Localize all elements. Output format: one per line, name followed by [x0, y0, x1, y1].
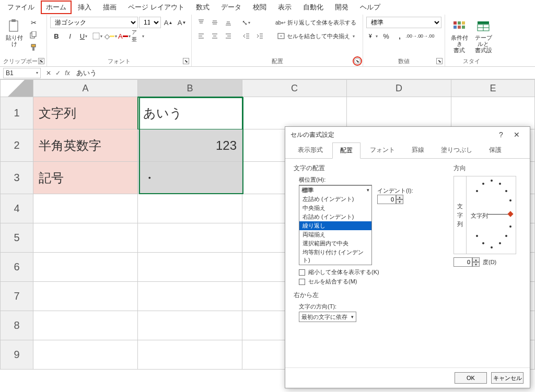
menu-developer[interactable]: 開発 [330, 1, 354, 14]
italic-button[interactable]: I [64, 30, 76, 42]
cell-b5[interactable] [138, 223, 242, 253]
menu-home[interactable]: ホーム [41, 1, 72, 14]
col-header-e[interactable]: E [451, 79, 535, 97]
cell-b8[interactable] [138, 311, 242, 340]
cell-b6[interactable] [138, 253, 242, 282]
tab-border[interactable]: 罫線 [404, 142, 432, 158]
row-header-7[interactable]: 7 [0, 282, 33, 311]
text-direction-combo[interactable]: 最初の文字に依存 ▾ [299, 312, 356, 322]
tab-number[interactable]: 表示形式 [290, 142, 330, 158]
cell-c1[interactable] [242, 97, 347, 129]
align-bottom-button[interactable] [222, 17, 235, 28]
cell-e1[interactable] [451, 97, 535, 129]
menu-draw[interactable]: 描画 [98, 1, 122, 14]
underline-button[interactable]: U▾ [77, 30, 90, 42]
indent-spinner[interactable]: ▲▼ [377, 195, 445, 204]
ok-button[interactable]: OK [455, 372, 487, 384]
orientation-handle[interactable] [507, 211, 513, 217]
cell-b1[interactable]: あいう [138, 97, 242, 129]
increase-decimal-button[interactable]: .00→.0 [407, 30, 420, 42]
alignment-launcher[interactable]: ⬊ [354, 58, 360, 64]
cell-a9[interactable] [33, 340, 138, 370]
menu-view[interactable]: 表示 [273, 1, 297, 14]
opt-center-selection[interactable]: 選択範囲内で中央 [299, 239, 371, 248]
row-header-2[interactable]: 2 [0, 129, 33, 162]
row-header-1[interactable]: 1 [0, 97, 33, 129]
col-header-a[interactable]: A [33, 79, 138, 97]
spinner-down[interactable]: ▼ [396, 199, 403, 204]
col-header-c[interactable]: C [242, 79, 347, 97]
merge-center-button[interactable]: セルを結合して中央揃え▾ [272, 30, 359, 42]
cancel-button[interactable]: キャンセル [491, 372, 524, 384]
font-name-combo[interactable]: 游ゴシック [50, 17, 138, 28]
percent-button[interactable]: % [380, 30, 392, 42]
menu-review[interactable]: 校閲 [248, 1, 272, 14]
row-header-8[interactable]: 8 [0, 311, 33, 340]
row-header-3[interactable]: 3 [0, 162, 33, 194]
comma-button[interactable]: , [393, 30, 406, 42]
menu-automate[interactable]: 自動化 [298, 1, 329, 14]
menu-data[interactable]: データ [216, 1, 247, 14]
row-header-5[interactable]: 5 [0, 223, 33, 253]
name-box[interactable]: B1▾ [3, 68, 41, 78]
copy-button[interactable] [27, 29, 40, 41]
opt-right-indent[interactable]: 右詰め (インデント) [299, 212, 371, 221]
deg-spinner-up[interactable]: ▲ [472, 257, 480, 262]
orientation-button[interactable]: ⤡▾ [240, 17, 252, 28]
decrease-font-button[interactable]: A▼ [176, 17, 188, 28]
align-top-button[interactable] [195, 17, 207, 28]
fx-button[interactable]: fx [63, 69, 72, 77]
align-middle-button[interactable] [208, 17, 221, 28]
cell-a2[interactable]: 半角英数字 [33, 129, 138, 162]
paste-button[interactable]: 貼り付け [3, 17, 25, 49]
tab-alignment[interactable]: 配置 [332, 142, 360, 159]
menu-help[interactable]: ヘルプ [355, 1, 386, 14]
shrink-checkbox[interactable] [299, 269, 305, 276]
wrap-text-button[interactable]: ab↩折り返して全体を表示する [272, 17, 359, 28]
align-center-button[interactable] [208, 30, 221, 42]
opt-repeat[interactable]: 繰り返し [299, 221, 371, 230]
align-left-button[interactable] [195, 30, 207, 42]
cancel-formula-button[interactable]: ✕ [44, 69, 53, 77]
tab-fill[interactable]: 塗りつぶし [434, 142, 480, 158]
col-header-b[interactable]: B [138, 79, 242, 97]
formula-input[interactable]: あいう [72, 68, 535, 78]
cell-a8[interactable] [33, 311, 138, 340]
merge-checkbox[interactable] [299, 279, 305, 285]
cell-d1[interactable] [347, 97, 451, 129]
col-header-d[interactable]: D [347, 79, 451, 97]
table-format-button[interactable]: テーブルと 書式設 [472, 17, 494, 55]
menu-insert[interactable]: 挿入 [73, 1, 97, 14]
deg-spinner-down[interactable]: ▼ [472, 262, 480, 267]
number-launcher[interactable]: ⬊ [436, 58, 443, 64]
decrease-indent-button[interactable] [240, 30, 252, 42]
align-right-button[interactable] [222, 30, 235, 42]
decrease-decimal-button[interactable]: .0→.00 [421, 30, 433, 42]
row-header-6[interactable]: 6 [0, 253, 33, 282]
cell-a1[interactable]: 文字列 [33, 97, 138, 129]
spinner-up[interactable]: ▲ [396, 195, 403, 199]
cell-a3[interactable]: 記号 [33, 162, 138, 194]
cell-a4[interactable] [33, 194, 138, 223]
phonetic-button[interactable]: ア亜▾ [132, 30, 144, 42]
border-button[interactable]: ▾ [91, 30, 103, 42]
opt-standard[interactable]: 標準 [299, 186, 371, 195]
opt-center[interactable]: 中央揃え [299, 204, 371, 212]
font-launcher[interactable]: ⬊ [183, 58, 189, 64]
cell-a7[interactable] [33, 282, 138, 311]
number-format-combo[interactable]: 標準 [366, 17, 441, 28]
menu-formulas[interactable]: 数式 [191, 1, 215, 14]
accounting-format-button[interactable]: ¥▾ [366, 30, 379, 42]
fill-color-button[interactable]: ◇▾ [104, 30, 117, 42]
enter-formula-button[interactable]: ✓ [53, 69, 63, 77]
menu-file[interactable]: ファイル [2, 1, 40, 14]
row-header-4[interactable]: 4 [0, 194, 33, 223]
cell-a6[interactable] [33, 253, 138, 282]
select-all-corner[interactable] [0, 79, 33, 97]
orientation-dial[interactable]: 文字列 [467, 176, 516, 254]
cut-button[interactable]: ✂ [27, 17, 40, 28]
orientation-vertical-button[interactable]: 文 字 列 [454, 176, 467, 254]
degree-input[interactable] [453, 257, 472, 267]
menu-page-layout[interactable]: ページ レイアウト [123, 1, 190, 14]
font-size-combo[interactable]: 11 [139, 17, 161, 28]
